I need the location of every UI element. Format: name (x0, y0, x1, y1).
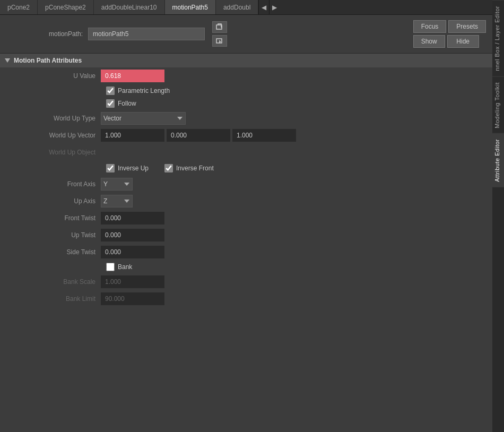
world-up-object-field (101, 146, 487, 159)
bank-limit-input (101, 292, 164, 305)
world-up-type-label: World Up Type (5, 115, 101, 122)
front-axis-label: Front Axis (5, 180, 101, 188)
world-up-vector-z[interactable] (232, 129, 296, 142)
follow-checkbox[interactable] (106, 99, 115, 108)
inverse-front-label: Inverse Front (176, 165, 214, 172)
world-up-vector-y[interactable] (167, 129, 230, 142)
attributes-area: U Value Parametric Length Follow World U… (0, 67, 492, 432)
inverse-up-label: Inverse Up (118, 165, 149, 172)
header-btn-row-1: Focus Presets (413, 20, 486, 33)
parametric-length-checkbox[interactable] (106, 87, 115, 95)
u-value-input[interactable] (101, 70, 164, 82)
up-axis-select-wrapper: Z (101, 195, 133, 208)
follow-label: Follow (118, 100, 136, 107)
side-twist-row: Side Twist (0, 244, 492, 261)
icon-btn-1[interactable] (212, 21, 227, 33)
u-value-row: U Value (0, 67, 492, 84)
bank-checkbox[interactable] (106, 263, 115, 271)
world-up-vector-inputs (101, 129, 296, 142)
tab-pcone2[interactable]: pCone2 (0, 0, 38, 14)
bank-row: Bank (0, 261, 492, 273)
focus-button[interactable]: Focus (413, 20, 447, 33)
parametric-length-label: Parametric Length (118, 87, 170, 94)
follow-row: Follow (0, 97, 492, 110)
front-axis-select-wrapper: Y (101, 178, 133, 191)
section-title: Motion Path Attributes (14, 57, 82, 64)
right-sidebar: nnel Box / Layer Editor Modeling Toolkit… (492, 0, 504, 432)
front-twist-row: Front Twist (0, 210, 492, 227)
bank-scale-label: Bank Scale (5, 278, 101, 286)
up-axis-label: Up Axis (5, 197, 101, 205)
bank-limit-label: Bank Limit (5, 295, 101, 303)
hide-button[interactable]: Hide (447, 35, 479, 48)
section-header: Motion Path Attributes (0, 54, 492, 67)
tab-adddoublelinear10[interactable]: addDoubleLinear10 (94, 0, 165, 14)
tab-bar: pCone2 pConeShape2 addDoubleLinear10 mot… (0, 0, 492, 15)
show-button[interactable]: Show (413, 35, 445, 48)
inverse-up-checkbox[interactable] (106, 164, 115, 172)
tab-next-arrow[interactable]: ▶ (269, 0, 280, 14)
up-axis-select[interactable]: Z (101, 195, 133, 208)
u-value-label: U Value (5, 72, 101, 80)
presets-button[interactable]: Presets (448, 20, 486, 33)
sidebar-modeling-toolkit[interactable]: Modeling Toolkit (492, 76, 504, 134)
front-axis-row: Front Axis Y (0, 176, 492, 193)
up-twist-label: Up Twist (5, 231, 101, 239)
front-twist-input[interactable] (101, 212, 164, 224)
collapse-triangle[interactable] (5, 58, 10, 63)
world-up-vector-row: World Up Vector (0, 127, 492, 144)
world-up-type-row: World Up Type Vector (0, 110, 492, 127)
tab-pconeshape2[interactable]: pConeShape2 (38, 0, 94, 14)
sidebar-channel-box[interactable]: nnel Box / Layer Editor (492, 0, 504, 76)
tab-adddoubl[interactable]: addDoubl (216, 0, 258, 14)
header-btn-row-2: Show Hide (413, 35, 486, 48)
up-twist-input[interactable] (101, 229, 164, 241)
world-up-type-select[interactable]: Vector (101, 112, 186, 125)
world-up-object-row: World Up Object (0, 144, 492, 161)
side-twist-label: Side Twist (5, 248, 101, 256)
up-twist-row: Up Twist (0, 227, 492, 244)
main-area: pCone2 pConeShape2 addDoubleLinear10 mot… (0, 0, 492, 432)
header-area: motionPath: Focus Presets Show Hide (0, 15, 492, 54)
world-up-vector-label: World Up Vector (5, 132, 101, 139)
world-up-object-label: World Up Object (5, 149, 101, 156)
side-twist-input[interactable] (101, 246, 164, 258)
header-buttons: Focus Presets Show Hide (413, 20, 486, 48)
front-axis-select[interactable]: Y (101, 178, 133, 191)
up-axis-row: Up Axis Z (0, 193, 492, 210)
parametric-length-row: Parametric Length (0, 84, 492, 97)
front-twist-label: Front Twist (5, 214, 101, 222)
bank-label: Bank (118, 263, 132, 271)
icon-btn-2[interactable] (212, 35, 227, 47)
bank-scale-row: Bank Scale (0, 273, 492, 290)
tab-prev-arrow[interactable]: ◀ (258, 0, 269, 14)
inverse-front-checkbox[interactable] (164, 164, 173, 172)
tab-motionpath5[interactable]: motionPath5 (165, 0, 216, 14)
motion-path-label: motionPath: (49, 30, 83, 38)
bank-limit-row: Bank Limit (0, 290, 492, 307)
header-icons (212, 21, 227, 47)
svg-rect-1 (216, 39, 222, 43)
sidebar-attribute-editor[interactable]: Attribute Editor (492, 133, 504, 187)
motion-path-input[interactable] (88, 28, 205, 40)
world-up-vector-x[interactable] (101, 129, 164, 142)
world-up-type-select-wrapper: Vector (101, 112, 186, 125)
inverse-front-item: Inverse Front (164, 164, 214, 172)
bank-scale-input (101, 275, 164, 288)
inverse-row: Inverse Up Inverse Front (0, 161, 492, 176)
inverse-up-item: Inverse Up (106, 164, 149, 172)
